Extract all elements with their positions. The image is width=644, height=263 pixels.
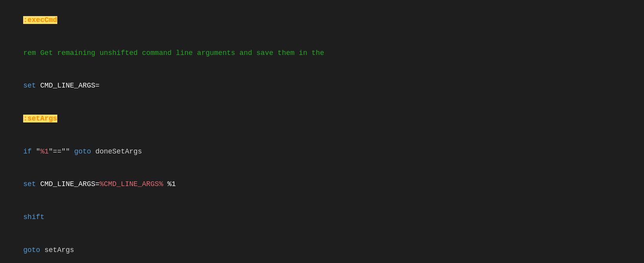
- if1-c: %1: [40, 148, 49, 155]
- set-kw1: set: [23, 82, 36, 89]
- line-set2: set CMD_LINE_ARGS=%CMD_LINE_ARGS% %1: [6, 168, 638, 201]
- set2-a: CMD_LINE_ARGS=: [36, 180, 100, 188]
- setArgs-label: :setArgs: [23, 115, 57, 122]
- line-goto-setArgs: goto setArgs: [6, 234, 638, 263]
- set2-b: %CMD_LINE_ARGS%: [100, 180, 163, 188]
- shift-kw: shift: [23, 213, 44, 221]
- goto-target-setArgs: setArgs: [40, 246, 74, 254]
- if1-b: ": [36, 148, 40, 155]
- code-area: :execCmd rem Get remaining unshifted com…: [6, 4, 638, 263]
- line-if1: if "%1"=="" goto doneSetArgs: [6, 135, 638, 168]
- if1-goto: goto: [70, 148, 91, 155]
- set-kw2: set: [23, 180, 36, 188]
- line-rem1: rem Get remaining unshifted command line…: [6, 37, 638, 70]
- if-kw1: if: [23, 148, 32, 155]
- line-shift: shift: [6, 201, 638, 234]
- line-execCmd: :execCmd: [6, 4, 638, 37]
- if1-a: [32, 148, 36, 155]
- goto-kw-setArgs: goto: [23, 246, 40, 254]
- set2-c: %1: [163, 180, 176, 188]
- set-val1: CMD_LINE_ARGS=: [36, 82, 100, 89]
- if1-d: "=="": [49, 148, 70, 155]
- line-setArgs: :setArgs: [6, 102, 638, 135]
- execCmd-label: :execCmd: [23, 16, 57, 24]
- rem1-text: rem Get remaining unshifted command line…: [23, 49, 324, 57]
- line-set1: set CMD_LINE_ARGS=: [6, 69, 638, 102]
- if1-target: doneSetArgs: [91, 148, 142, 155]
